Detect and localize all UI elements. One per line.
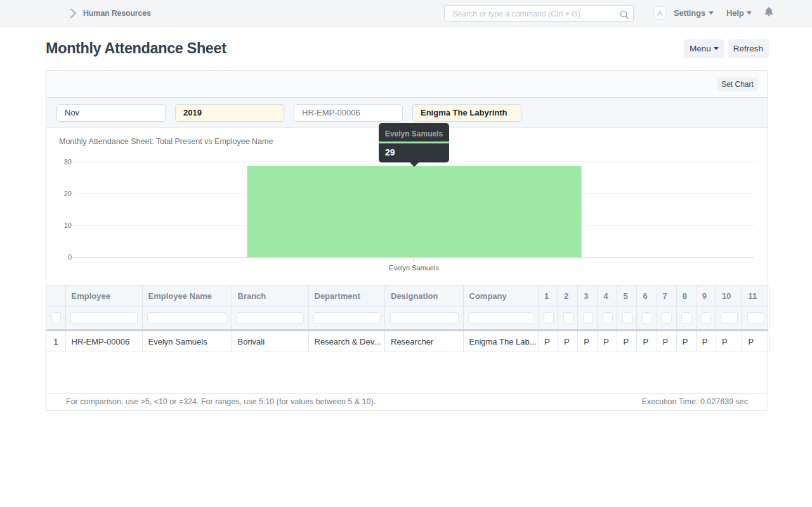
svg-text:30: 30 (64, 158, 72, 166)
svg-text:10: 10 (64, 221, 72, 229)
svg-text:0: 0 (68, 253, 72, 261)
svg-text:Monthly Attendance Sheet: Tota: Monthly Attendance Sheet: Total Present … (59, 137, 273, 146)
svg-text:Evelyn Samuels: Evelyn Samuels (389, 264, 439, 272)
svg-text:20: 20 (64, 190, 72, 197)
